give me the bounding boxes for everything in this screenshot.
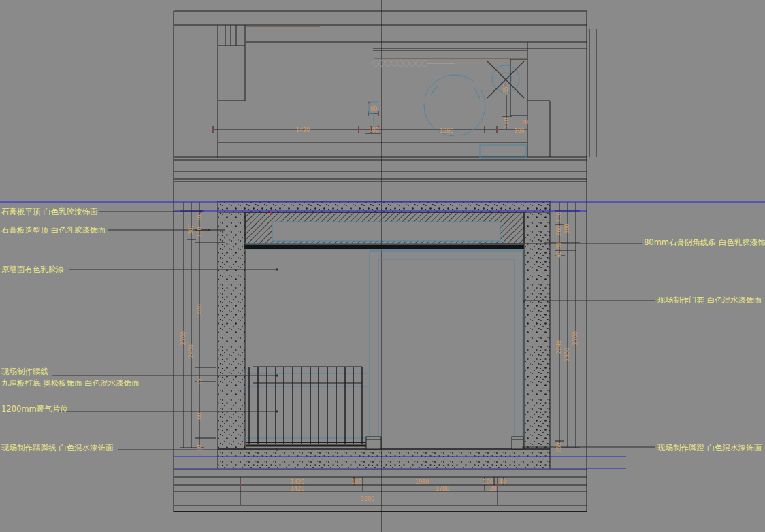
label-waist-line: 现场制作腰线 — [1, 367, 49, 376]
snap-points — [212, 102, 501, 486]
cad-viewport[interactable]: 石膏板平顶 白色乳胶漆饰面 石膏板造型顶 白色乳胶漆饰面 原墙面有色乳胶漆 现场… — [0, 0, 765, 532]
dim-left-1400: 1400 — [197, 304, 203, 318]
top-slab-band — [218, 201, 550, 212]
dim-right-2350: 2350 — [564, 348, 570, 361]
label-original-wall-paint: 原墙面有色乳胶漆 — [1, 265, 64, 274]
dim-right-260: 260 — [556, 225, 562, 235]
dim-plan-60: 60 — [370, 106, 377, 112]
ceiling-fan-symbol — [418, 69, 491, 142]
bottom-dimensions: 1420 100 1980 100 40 1420 1780 20 3200 — [291, 479, 506, 502]
dim-left-600: 600 — [197, 409, 203, 419]
dim-bottom-1420a: 1420 — [291, 479, 304, 485]
dim-left-2400: 2400 — [188, 344, 194, 358]
dim-bottom-100b: 100 — [483, 479, 493, 485]
right-wall-section — [524, 212, 550, 469]
annotations-right: 80mm石膏阴角线条 白色乳胶漆饰面 现场制作门套 白色混水漆饰面 现场制作脚蹬… — [644, 237, 765, 452]
label-plaster-cove-moulding: 80mm石膏阴角线条 白色乳胶漆饰面 — [644, 237, 765, 247]
dim-left-100a: 100 — [197, 211, 203, 221]
annotations-left: 石膏板平顶 白色乳胶漆饰面 石膏板造型顶 白色乳胶漆饰面 原墙面有色乳胶漆 现场… — [1, 207, 140, 452]
teal-entities — [244, 65, 526, 438]
label-plaster-feature-ceiling: 石膏板造型顶 白色乳胶漆饰面 — [1, 225, 105, 235]
dim-bottom-40: 40 — [499, 479, 506, 485]
dim-plan-650: 650 — [503, 83, 509, 93]
dim-plan-100a: 100 — [368, 127, 378, 133]
dim-plan-1420: 1420 — [296, 127, 310, 133]
label-plaster-flat-ceiling: 石膏板平顶 白色乳胶漆饰面 — [1, 207, 98, 216]
dim-plan-1980: 1980 — [440, 128, 453, 134]
dim-right-60: 60 — [556, 242, 562, 249]
dim-left-150: 150 — [197, 375, 203, 385]
label-skirting-line: 现场制作踢脚线 白色混水漆饰面 — [1, 443, 114, 452]
ceiling-recess — [272, 222, 500, 241]
door-frame — [370, 251, 523, 437]
dim-bottom-1980: 1980 — [415, 479, 429, 485]
dim-plan-100b: 100 — [514, 128, 524, 134]
dim-left-100b: 100 — [197, 441, 203, 451]
floor-slab-band — [245, 450, 524, 468]
dim-right-300: 300 — [564, 223, 570, 233]
label-door-casing: 现场制作门套 白色混水漆饰面 — [657, 295, 762, 305]
dim-bottom-100a: 100 — [351, 479, 361, 485]
dim-bottom-1780: 1780 — [436, 486, 449, 492]
dim-right-40: 40 — [556, 251, 562, 258]
radiator-bars — [249, 367, 362, 444]
dim-bottom-1420b: 1420 — [291, 486, 304, 492]
radiator — [246, 367, 368, 446]
dim-left-300: 300 — [188, 224, 194, 234]
dim-bottom-20: 20 — [489, 486, 496, 492]
label-plywood-panel: 九厘板打底 奥松板饰面 白色混水漆饰面 — [1, 378, 140, 388]
cad-drawing[interactable]: 石膏板平顶 白色乳胶漆饰面 石膏板造型顶 白色乳胶漆饰面 原墙面有色乳胶漆 现场… — [0, 0, 765, 532]
label-radiator-position: 1200mm暖气片位 — [1, 404, 68, 414]
dim-right-2700: 2700 — [572, 331, 579, 345]
dim-plan-20: 20 — [521, 120, 528, 126]
downlight-inner-circle — [500, 73, 512, 85]
dim-plan-120: 120 — [504, 118, 510, 128]
curtain-symbol — [373, 61, 455, 67]
dim-left-160: 160 — [197, 227, 203, 237]
dim-right-100: 100 — [556, 212, 562, 222]
plan-cabinet-outline — [480, 145, 526, 158]
dim-right-250: 250 — [556, 442, 562, 452]
dim-right-2040: 2040 — [556, 340, 562, 354]
label-site-made-plinth: 现场制作脚蹬 白色混水漆饰面 — [657, 443, 762, 452]
left-wall-section — [218, 212, 245, 469]
door-plinths — [366, 437, 523, 449]
dim-bottom-3200: 3200 — [361, 496, 374, 502]
plan-dimensions: 60 1420 100 1980 100 650 120 20 — [296, 83, 528, 134]
dim-left-2700: 2700 — [180, 331, 186, 345]
